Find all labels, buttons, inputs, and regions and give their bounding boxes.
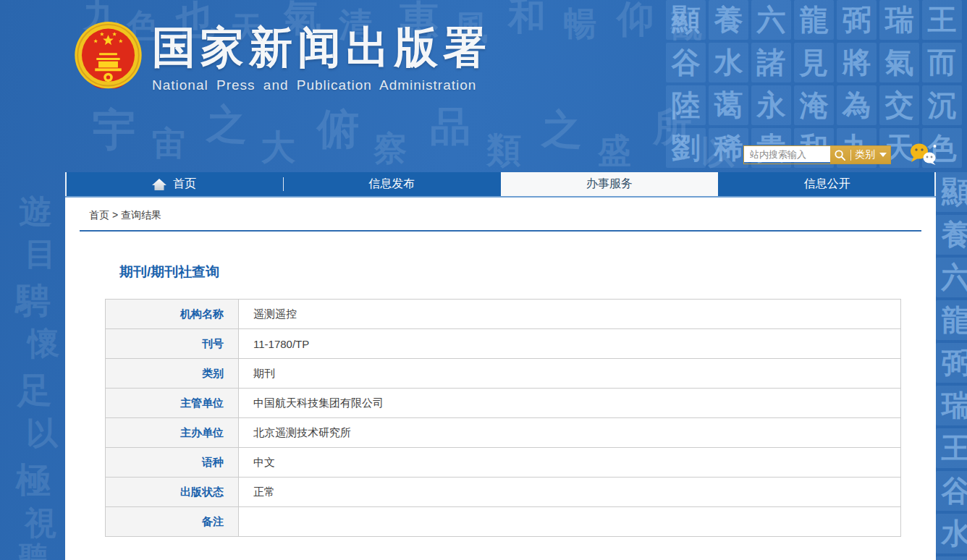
table-row: 备注 [106, 507, 900, 537]
row-label: 主管单位 [106, 389, 239, 417]
table-row: 语种 中文 [106, 448, 900, 478]
search-area: 类别 [743, 143, 937, 167]
row-value: 中国航天科技集团有限公司 [239, 389, 900, 417]
table-row: 主管单位 中国航天科技集团有限公司 [106, 389, 900, 418]
table-row: 类别 期刊 [106, 359, 900, 389]
row-value: 期刊 [239, 359, 900, 388]
national-emblem-icon [73, 22, 143, 94]
result-table: 机构名称 遥测遥控 刊号 11-1780/TP 类别 期刊 主管单位 中国航天科… [105, 299, 901, 537]
nav-item-label: 信息公开 [804, 177, 850, 192]
row-value [239, 507, 900, 536]
row-value: 遥测遥控 [239, 300, 900, 328]
table-row: 机构名称 遥测遥控 [106, 300, 900, 329]
row-value: 正常 [239, 478, 900, 506]
site-search: 类别 [743, 145, 891, 164]
page: { "header": { "site_title": "国家新闻出版署", "… [0, 0, 967, 560]
row-label: 机构名称 [106, 300, 239, 328]
nav-item-home[interactable]: 首页 [65, 172, 283, 196]
nav-item-label: 办事服务 [586, 177, 633, 192]
row-label: 类别 [106, 359, 239, 388]
breadcrumb-current: 查询结果 [121, 209, 161, 221]
breadcrumb-separator: > [112, 209, 118, 221]
wechat-icon[interactable] [908, 143, 937, 167]
caret-down-icon[interactable] [879, 153, 887, 157]
nav-item-public-info[interactable]: 信息公开 [718, 172, 936, 196]
content-panel: 首页 > 查询结果 期刊/期刊社查询 机构名称 遥测遥控 刊号 11-1780/… [65, 198, 936, 560]
breadcrumb-home-link[interactable]: 首页 [89, 209, 109, 221]
site-title: 国家新闻出版署 [152, 25, 491, 71]
row-value: 北京遥测技术研究所 [239, 418, 900, 447]
table-row: 刊号 11-1780/TP [106, 329, 900, 359]
row-label: 主办单位 [106, 418, 239, 447]
search-controls: 类别 [830, 146, 890, 164]
row-label: 备注 [106, 507, 239, 536]
search-icon[interactable] [834, 149, 846, 161]
nav-item-label: 首页 [173, 177, 196, 192]
table-row: 出版状态 正常 [106, 478, 900, 507]
seal-stamp-grid-right: 顯養六龍弼瑞王谷水諸 [936, 172, 967, 560]
site-subtitle: National Press and Publication Administr… [152, 77, 491, 93]
main-nav: 首页 信息发布 办事服务 信息公开 [65, 172, 936, 198]
search-input[interactable] [744, 146, 830, 162]
table-row: 主办单位 北京遥测技术研究所 [106, 418, 900, 448]
nav-edge-separator [934, 172, 936, 196]
row-value: 11-1780/TP [239, 329, 900, 358]
row-label: 出版状态 [106, 478, 239, 506]
breadcrumb: 首页 > 查询结果 [89, 209, 161, 222]
nav-item-label: 信息发布 [368, 177, 415, 192]
breadcrumb-underline [80, 230, 921, 232]
nav-item-news[interactable]: 信息发布 [283, 172, 501, 196]
home-icon [152, 178, 166, 191]
page-title: 期刊/期刊社查询 [119, 263, 219, 281]
row-value: 中文 [239, 448, 900, 477]
row-label: 语种 [106, 448, 239, 477]
nav-item-services[interactable]: 办事服务 [501, 172, 719, 196]
search-divider [850, 150, 851, 161]
category-dropdown[interactable]: 类别 [855, 148, 875, 161]
row-label: 刊号 [106, 329, 239, 358]
site-logo[interactable]: 国家新闻出版署 National Press and Publication A… [73, 22, 491, 94]
